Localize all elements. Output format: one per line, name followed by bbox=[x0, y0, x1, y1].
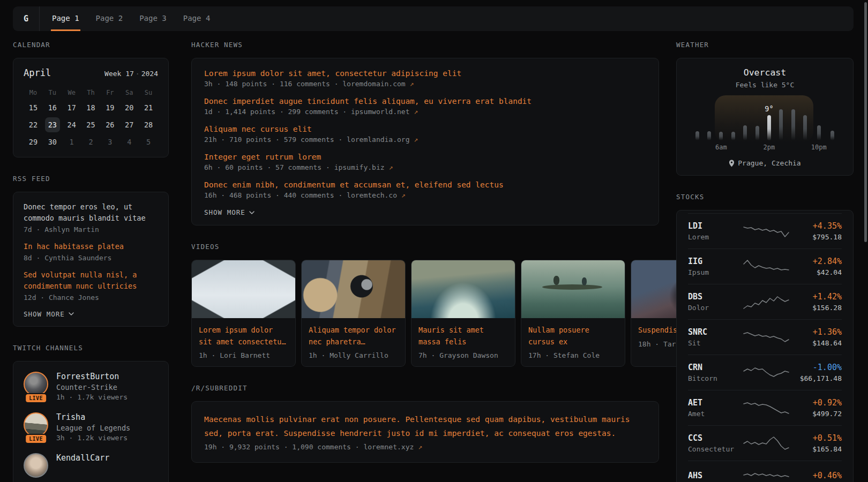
hackernews-item-title[interactable]: Integer eget rutrum lorem bbox=[204, 153, 646, 161]
weather-bar-slot: 9° 2pm bbox=[763, 105, 775, 152]
stock-symbol[interactable]: DBS bbox=[688, 292, 737, 302]
calendar-day-number: 4 bbox=[127, 138, 131, 146]
stock-symbol[interactable]: AET bbox=[688, 398, 737, 408]
video-card-body: Mauris sit amet massa felis 7h · Grayson… bbox=[411, 318, 515, 366]
rss-item-title[interactable]: In hac habitasse platea bbox=[24, 241, 158, 252]
twitch-channel-name[interactable]: KendallCarr bbox=[56, 453, 109, 463]
calendar-day-number: 28 bbox=[144, 120, 153, 129]
calendar-weekday: We bbox=[62, 86, 81, 100]
stock-symbol[interactable]: CRN bbox=[688, 363, 737, 372]
twitch-channel-info: ForrestBurton Counter-Strike 1h · 1.7k v… bbox=[56, 372, 128, 401]
stock-symbol[interactable]: LDI bbox=[688, 221, 737, 231]
stock-change: +1.42% bbox=[795, 292, 842, 302]
subreddit-widget: Maecenas mollis pulvinar erat non posuer… bbox=[191, 401, 659, 463]
stock-symbol[interactable]: IIG bbox=[688, 257, 737, 266]
avatar bbox=[24, 453, 48, 478]
calendar-day-grid: 15 16 17 18 19 20 21 bbox=[24, 100, 158, 150]
video-title[interactable]: Lorem ipsum dolor sit amet consectetu… bbox=[199, 325, 288, 348]
external-link-icon[interactable]: ↗ bbox=[388, 163, 393, 171]
twitch-channel-meta: 3h · 1.2k viewers bbox=[56, 434, 130, 442]
hackernews-item-title[interactable]: Donec imperdiet augue tincidunt felis al… bbox=[204, 97, 646, 106]
hackernews-item-title[interactable]: Donec enim nibh, condimentum et accumsan… bbox=[204, 180, 646, 189]
videos-section-title: VIDEOS bbox=[191, 243, 659, 251]
stock-change: +2.84% bbox=[795, 257, 842, 266]
scrollbar-thumb[interactable] bbox=[864, 2, 867, 242]
calendar-day: 30 bbox=[43, 134, 62, 150]
video-card[interactable]: Nullam posuere cursus ex 17h · Stefan Co… bbox=[521, 260, 625, 367]
twitch-channel-name[interactable]: ForrestBurton bbox=[56, 372, 128, 381]
hackernews-item: Integer eget rutrum lorem 6h · 60 points… bbox=[204, 153, 646, 171]
hackernews-item-meta: 16h · 468 points · 440 comments · loremt… bbox=[204, 191, 646, 199]
stock-change: +0.46% bbox=[795, 471, 842, 480]
hackernews-item: Donec imperdiet augue tincidunt felis al… bbox=[204, 97, 646, 116]
page-tab[interactable]: Page 1 bbox=[51, 6, 80, 31]
subreddit-post-title[interactable]: Maecenas mollis pulvinar erat non posuer… bbox=[204, 413, 646, 440]
stock-symbol[interactable]: CCS bbox=[688, 433, 737, 443]
stock-id: IIG Ipsum bbox=[688, 257, 737, 276]
stock-price: $165.84 bbox=[795, 445, 842, 453]
stock-symbol[interactable]: SNRC bbox=[688, 327, 737, 337]
twitch-avatar-wrap: LIVE bbox=[24, 412, 48, 440]
video-title[interactable]: Mauris sit amet massa felis bbox=[418, 325, 508, 348]
stock-row: AET Amet +0.92% $499.72 bbox=[688, 390, 842, 425]
weather-bar-slot bbox=[751, 105, 763, 152]
external-link-icon[interactable]: ↗ bbox=[414, 108, 418, 116]
twitch-channel-row[interactable]: LIVE ForrestBurton Counter-Strike 1h · 1… bbox=[24, 372, 158, 401]
stock-price: $499.72 bbox=[795, 410, 842, 418]
video-title[interactable]: Suspendisse diam bbox=[638, 325, 676, 336]
external-link-icon[interactable]: ↗ bbox=[410, 80, 414, 88]
page-tab[interactable]: Page 3 bbox=[138, 6, 168, 31]
page-tab[interactable]: Page 4 bbox=[182, 6, 212, 31]
calendar-day: 19 bbox=[100, 100, 119, 116]
weather-bar bbox=[779, 109, 783, 140]
calendar-day: 18 bbox=[81, 100, 101, 116]
stock-price: $795.18 bbox=[795, 233, 842, 241]
video-card[interactable]: Lorem ipsum dolor sit amet consectetu… 1… bbox=[191, 260, 296, 367]
twitch-channel-row[interactable]: LIVE Trisha League of Legends 3h · 1.2k … bbox=[24, 412, 158, 442]
calendar-day: 2 bbox=[81, 134, 101, 150]
external-link-icon[interactable]: ↗ bbox=[414, 135, 418, 144]
video-card-body: Lorem ipsum dolor sit amet consectetu… 1… bbox=[192, 318, 295, 366]
twitch-channel-game: Counter-Strike bbox=[56, 383, 128, 391]
hackernews-item-title[interactable]: Aliquam nec cursus elit bbox=[204, 125, 646, 133]
calendar-day-number: 20 bbox=[125, 103, 133, 112]
video-thumbnail[interactable] bbox=[521, 260, 625, 318]
video-title[interactable]: Nullam posuere cursus ex bbox=[528, 325, 618, 348]
weather-bar bbox=[731, 132, 735, 140]
rss-show-more-button[interactable]: SHOW MORE bbox=[24, 310, 158, 318]
calendar-day-number: 16 bbox=[48, 103, 57, 112]
rss-item-title[interactable]: Sed volutpat nulla nisl, a condimentum n… bbox=[24, 269, 158, 292]
hackernews-item-title[interactable]: Lorem ipsum dolor sit amet, consectetur … bbox=[204, 69, 646, 78]
video-thumbnail[interactable] bbox=[302, 260, 405, 318]
subreddit-post-meta-text: 19h · 9,932 points · 1,090 comments · lo… bbox=[204, 443, 414, 451]
video-card[interactable]: Aliquam tempor dolor nec pharetra… 1h · … bbox=[301, 260, 406, 367]
rss-item-title[interactable]: Donec tempor eros leo, ut commodo mauris… bbox=[24, 201, 158, 224]
calendar-day: 4 bbox=[119, 134, 139, 150]
weather-bar-slot bbox=[691, 105, 703, 152]
video-title[interactable]: Aliquam tempor dolor nec pharetra… bbox=[309, 325, 398, 348]
video-meta: 1h · Lori Barnett bbox=[199, 351, 288, 359]
rss-item: Donec tempor eros leo, ut commodo mauris… bbox=[24, 201, 158, 234]
calendar-day-number: 26 bbox=[106, 120, 114, 129]
rss-item: Sed volutpat nulla nisl, a condimentum n… bbox=[24, 269, 158, 302]
twitch-channel-row[interactable]: KendallCarr bbox=[24, 453, 158, 481]
stock-id: LDI Lorem bbox=[688, 221, 737, 241]
video-thumbnail[interactable] bbox=[192, 260, 295, 318]
video-thumbnail[interactable] bbox=[631, 260, 676, 318]
video-thumbnail[interactable] bbox=[411, 260, 515, 318]
external-link-icon[interactable]: ↗ bbox=[418, 443, 422, 451]
page-tab[interactable]: Page 2 bbox=[95, 6, 124, 31]
video-card-body: Suspendisse diam 18h · Tara bbox=[631, 318, 676, 355]
twitch-channel-name[interactable]: Trisha bbox=[56, 412, 130, 422]
subreddit-post: Maecenas mollis pulvinar erat non posuer… bbox=[204, 413, 646, 451]
external-link-icon[interactable]: ↗ bbox=[401, 191, 406, 199]
app-logo[interactable]: G bbox=[13, 6, 40, 31]
stock-symbol[interactable]: AHS bbox=[688, 471, 737, 480]
video-card[interactable]: Mauris sit amet massa felis 7h · Grayson… bbox=[411, 260, 515, 367]
weather-bar-slot bbox=[787, 105, 799, 152]
page-tabs: Page 1Page 2Page 3Page 4 bbox=[40, 6, 211, 31]
twitch-avatar-wrap bbox=[24, 453, 48, 481]
stock-price: $156.28 bbox=[795, 304, 842, 312]
hackernews-show-more-button[interactable]: SHOW MORE bbox=[204, 208, 646, 216]
video-card[interactable]: Suspendisse diam 18h · Tara bbox=[631, 260, 676, 367]
